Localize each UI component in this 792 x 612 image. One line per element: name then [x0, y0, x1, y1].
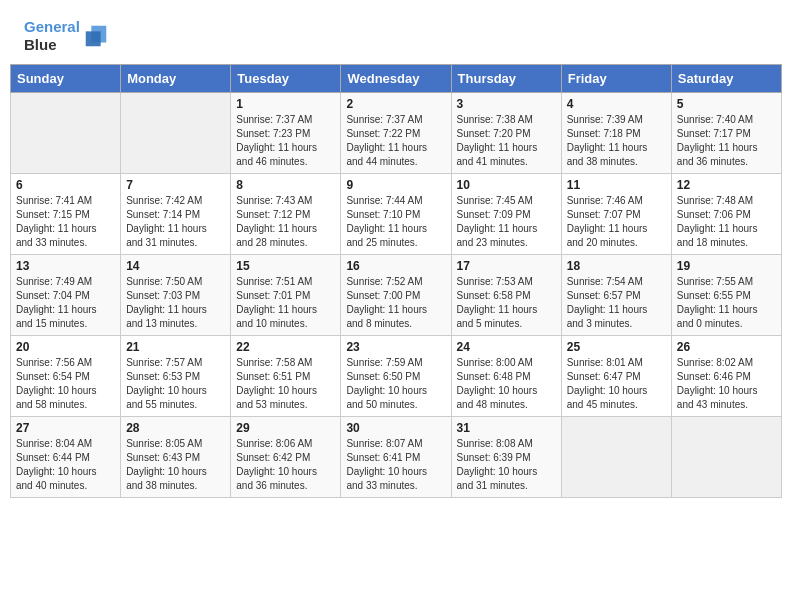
calendar-cell — [11, 93, 121, 174]
day-info: Sunrise: 7:54 AM Sunset: 6:57 PM Dayligh… — [567, 275, 666, 331]
day-number: 4 — [567, 97, 666, 111]
day-info: Sunrise: 7:59 AM Sunset: 6:50 PM Dayligh… — [346, 356, 445, 412]
calendar-week-2: 13Sunrise: 7:49 AM Sunset: 7:04 PM Dayli… — [11, 255, 782, 336]
calendar-cell: 13Sunrise: 7:49 AM Sunset: 7:04 PM Dayli… — [11, 255, 121, 336]
calendar-week-4: 27Sunrise: 8:04 AM Sunset: 6:44 PM Dayli… — [11, 417, 782, 498]
day-number: 18 — [567, 259, 666, 273]
day-number: 14 — [126, 259, 225, 273]
calendar-cell: 18Sunrise: 7:54 AM Sunset: 6:57 PM Dayli… — [561, 255, 671, 336]
day-number: 8 — [236, 178, 335, 192]
day-number: 13 — [16, 259, 115, 273]
calendar-week-3: 20Sunrise: 7:56 AM Sunset: 6:54 PM Dayli… — [11, 336, 782, 417]
day-info: Sunrise: 7:58 AM Sunset: 6:51 PM Dayligh… — [236, 356, 335, 412]
day-number: 2 — [346, 97, 445, 111]
day-info: Sunrise: 7:40 AM Sunset: 7:17 PM Dayligh… — [677, 113, 776, 169]
calendar-cell: 3Sunrise: 7:38 AM Sunset: 7:20 PM Daylig… — [451, 93, 561, 174]
day-number: 16 — [346, 259, 445, 273]
calendar-cell: 26Sunrise: 8:02 AM Sunset: 6:46 PM Dayli… — [671, 336, 781, 417]
day-number: 7 — [126, 178, 225, 192]
calendar-body: 1Sunrise: 7:37 AM Sunset: 7:23 PM Daylig… — [11, 93, 782, 498]
day-info: Sunrise: 8:01 AM Sunset: 6:47 PM Dayligh… — [567, 356, 666, 412]
day-number: 30 — [346, 421, 445, 435]
day-number: 26 — [677, 340, 776, 354]
day-info: Sunrise: 8:08 AM Sunset: 6:39 PM Dayligh… — [457, 437, 556, 493]
calendar-cell: 9Sunrise: 7:44 AM Sunset: 7:10 PM Daylig… — [341, 174, 451, 255]
day-number: 5 — [677, 97, 776, 111]
weekday-wednesday: Wednesday — [341, 65, 451, 93]
calendar-cell: 11Sunrise: 7:46 AM Sunset: 7:07 PM Dayli… — [561, 174, 671, 255]
day-info: Sunrise: 7:45 AM Sunset: 7:09 PM Dayligh… — [457, 194, 556, 250]
day-info: Sunrise: 8:06 AM Sunset: 6:42 PM Dayligh… — [236, 437, 335, 493]
day-number: 12 — [677, 178, 776, 192]
day-number: 19 — [677, 259, 776, 273]
logo: GeneralBlue — [24, 18, 110, 54]
calendar-cell: 28Sunrise: 8:05 AM Sunset: 6:43 PM Dayli… — [121, 417, 231, 498]
calendar-cell: 7Sunrise: 7:42 AM Sunset: 7:14 PM Daylig… — [121, 174, 231, 255]
day-info: Sunrise: 7:55 AM Sunset: 6:55 PM Dayligh… — [677, 275, 776, 331]
weekday-friday: Friday — [561, 65, 671, 93]
calendar-cell — [121, 93, 231, 174]
day-number: 23 — [346, 340, 445, 354]
calendar-cell: 6Sunrise: 7:41 AM Sunset: 7:15 PM Daylig… — [11, 174, 121, 255]
calendar-cell: 8Sunrise: 7:43 AM Sunset: 7:12 PM Daylig… — [231, 174, 341, 255]
day-number: 24 — [457, 340, 556, 354]
calendar-cell: 22Sunrise: 7:58 AM Sunset: 6:51 PM Dayli… — [231, 336, 341, 417]
weekday-sunday: Sunday — [11, 65, 121, 93]
day-number: 15 — [236, 259, 335, 273]
page-header: GeneralBlue — [0, 0, 792, 64]
calendar-cell: 12Sunrise: 7:48 AM Sunset: 7:06 PM Dayli… — [671, 174, 781, 255]
calendar-table: SundayMondayTuesdayWednesdayThursdayFrid… — [10, 64, 782, 498]
day-info: Sunrise: 8:04 AM Sunset: 6:44 PM Dayligh… — [16, 437, 115, 493]
day-info: Sunrise: 8:07 AM Sunset: 6:41 PM Dayligh… — [346, 437, 445, 493]
day-number: 10 — [457, 178, 556, 192]
day-number: 17 — [457, 259, 556, 273]
weekday-saturday: Saturday — [671, 65, 781, 93]
day-info: Sunrise: 7:50 AM Sunset: 7:03 PM Dayligh… — [126, 275, 225, 331]
svg-marker-1 — [86, 31, 101, 46]
day-info: Sunrise: 7:52 AM Sunset: 7:00 PM Dayligh… — [346, 275, 445, 331]
day-info: Sunrise: 7:44 AM Sunset: 7:10 PM Dayligh… — [346, 194, 445, 250]
day-info: Sunrise: 7:38 AM Sunset: 7:20 PM Dayligh… — [457, 113, 556, 169]
calendar-cell — [561, 417, 671, 498]
calendar-cell: 30Sunrise: 8:07 AM Sunset: 6:41 PM Dayli… — [341, 417, 451, 498]
calendar-cell: 19Sunrise: 7:55 AM Sunset: 6:55 PM Dayli… — [671, 255, 781, 336]
day-info: Sunrise: 7:56 AM Sunset: 6:54 PM Dayligh… — [16, 356, 115, 412]
calendar-cell: 21Sunrise: 7:57 AM Sunset: 6:53 PM Dayli… — [121, 336, 231, 417]
calendar-cell: 14Sunrise: 7:50 AM Sunset: 7:03 PM Dayli… — [121, 255, 231, 336]
logo-text: GeneralBlue — [24, 18, 80, 54]
weekday-thursday: Thursday — [451, 65, 561, 93]
calendar-cell: 29Sunrise: 8:06 AM Sunset: 6:42 PM Dayli… — [231, 417, 341, 498]
calendar-week-1: 6Sunrise: 7:41 AM Sunset: 7:15 PM Daylig… — [11, 174, 782, 255]
calendar-cell: 1Sunrise: 7:37 AM Sunset: 7:23 PM Daylig… — [231, 93, 341, 174]
day-number: 20 — [16, 340, 115, 354]
calendar-cell: 23Sunrise: 7:59 AM Sunset: 6:50 PM Dayli… — [341, 336, 451, 417]
calendar-wrap: SundayMondayTuesdayWednesdayThursdayFrid… — [0, 64, 792, 508]
day-info: Sunrise: 8:05 AM Sunset: 6:43 PM Dayligh… — [126, 437, 225, 493]
calendar-cell: 5Sunrise: 7:40 AM Sunset: 7:17 PM Daylig… — [671, 93, 781, 174]
calendar-cell: 31Sunrise: 8:08 AM Sunset: 6:39 PM Dayli… — [451, 417, 561, 498]
day-info: Sunrise: 7:46 AM Sunset: 7:07 PM Dayligh… — [567, 194, 666, 250]
day-info: Sunrise: 7:53 AM Sunset: 6:58 PM Dayligh… — [457, 275, 556, 331]
day-number: 22 — [236, 340, 335, 354]
calendar-cell: 15Sunrise: 7:51 AM Sunset: 7:01 PM Dayli… — [231, 255, 341, 336]
calendar-cell: 25Sunrise: 8:01 AM Sunset: 6:47 PM Dayli… — [561, 336, 671, 417]
day-number: 25 — [567, 340, 666, 354]
day-number: 29 — [236, 421, 335, 435]
day-number: 21 — [126, 340, 225, 354]
calendar-cell: 17Sunrise: 7:53 AM Sunset: 6:58 PM Dayli… — [451, 255, 561, 336]
day-number: 27 — [16, 421, 115, 435]
day-info: Sunrise: 8:00 AM Sunset: 6:48 PM Dayligh… — [457, 356, 556, 412]
logo-icon — [82, 22, 110, 50]
day-info: Sunrise: 7:57 AM Sunset: 6:53 PM Dayligh… — [126, 356, 225, 412]
day-info: Sunrise: 7:49 AM Sunset: 7:04 PM Dayligh… — [16, 275, 115, 331]
day-number: 28 — [126, 421, 225, 435]
day-number: 11 — [567, 178, 666, 192]
weekday-tuesday: Tuesday — [231, 65, 341, 93]
day-number: 9 — [346, 178, 445, 192]
weekday-monday: Monday — [121, 65, 231, 93]
calendar-cell: 4Sunrise: 7:39 AM Sunset: 7:18 PM Daylig… — [561, 93, 671, 174]
day-number: 31 — [457, 421, 556, 435]
day-number: 1 — [236, 97, 335, 111]
day-number: 6 — [16, 178, 115, 192]
day-info: Sunrise: 7:41 AM Sunset: 7:15 PM Dayligh… — [16, 194, 115, 250]
